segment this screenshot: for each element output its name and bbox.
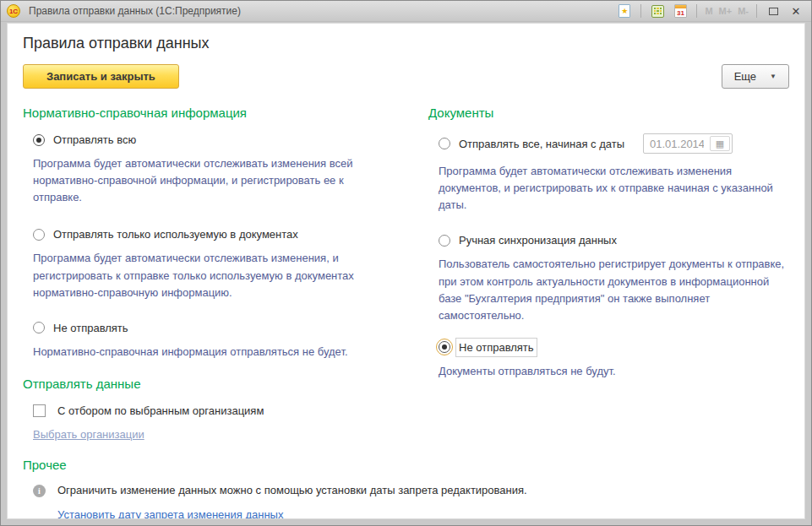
memory-indicator-m-minus: M- — [738, 6, 749, 16]
info-text: Ограничить изменение данных можно с помо… — [57, 484, 527, 496]
radio-label[interactable]: Ручная синхронизация данных — [459, 234, 617, 247]
radio-label[interactable]: Не отправлять — [53, 322, 128, 334]
documents-radio-do-not-send[interactable]: Не отправлять — [439, 341, 789, 354]
info-icon: i — [33, 485, 46, 497]
calendar-icon: 31 — [674, 4, 687, 18]
radio-label[interactable]: Не отправлять — [459, 341, 534, 354]
page-title: Правила отправки данных — [23, 35, 794, 52]
calculator-button[interactable] — [649, 3, 666, 19]
save-and-close-button[interactable]: Записать и закрыть — [23, 64, 179, 89]
radio-icon[interactable] — [33, 229, 45, 241]
titlebar-separator — [640, 4, 641, 18]
filter-by-organizations-checkbox[interactable]: С отбором по выбранным организациям — [33, 404, 413, 417]
set-restriction-date-link[interactable]: Установить дату запрета изменения данных — [57, 508, 283, 519]
nsi-column: Нормативно-справочная информация Отправл… — [23, 106, 413, 441]
send-data-section-title: Отправлять данные — [23, 377, 413, 391]
close-button[interactable]: ✕ — [787, 3, 804, 19]
nsi-section-title: Нормативно-справочная информация — [23, 106, 413, 120]
select-organizations-link[interactable]: Выбрать организации — [33, 428, 144, 441]
radio-icon[interactable] — [33, 134, 45, 146]
info-row: i Ограничить изменение данных можно с по… — [33, 484, 789, 497]
date-picker-button[interactable]: ▦ — [710, 136, 730, 151]
favorites-button[interactable]: ★ — [616, 3, 633, 19]
nsi-hint-do-not-send: Нормативно-справочная информация отправл… — [33, 344, 391, 361]
documents-hint-do-not-send: Документы отправляться не будут. — [439, 363, 789, 380]
nsi-radio-send-all[interactable]: Отправлять всю — [33, 133, 413, 146]
radio-icon[interactable] — [33, 322, 45, 333]
radio-label[interactable]: Отправлять только используемую в докумен… — [53, 228, 298, 241]
nsi-radio-do-not-send[interactable]: Не отправлять — [33, 322, 413, 334]
form-columns: Нормативно-справочная информация Отправл… — [18, 106, 794, 441]
documents-hint-send-all: Программа будет автоматически отслеживат… — [439, 163, 789, 214]
memory-indicator-m-plus: M+ — [719, 6, 733, 16]
app-window: 1С Правила отправки данных (1С:Предприят… — [0, 0, 812, 526]
documents-section-title: Документы — [428, 106, 789, 120]
radio-label[interactable]: Отправлять всю — [53, 133, 136, 146]
nsi-radio-send-used-only[interactable]: Отправлять только используемую в докумен… — [33, 228, 413, 241]
titlebar: 1С Правила отправки данных (1С:Предприят… — [1, 1, 811, 22]
nsi-hint-send-all: Программа будет автоматически отслеживат… — [33, 155, 391, 206]
titlebar-separator — [696, 4, 697, 18]
documents-column: Документы Отправлять все, начиная с даты… — [413, 106, 789, 380]
favorites-star-icon: ★ — [619, 4, 630, 18]
radio-icon[interactable] — [439, 138, 450, 149]
other-section-title: Прочее — [23, 458, 789, 472]
checkbox-label[interactable]: С отбором по выбранным организациям — [57, 404, 264, 417]
nsi-hint-send-used-only: Программа будет автоматически отслеживат… — [33, 250, 391, 301]
start-date-field-group: ▦ — [643, 133, 733, 154]
titlebar-separator — [756, 4, 757, 18]
calendar-grid-icon: ▦ — [716, 138, 724, 149]
radio-icon[interactable] — [439, 235, 450, 247]
calculator-icon — [651, 5, 664, 18]
maximize-button[interactable] — [765, 3, 782, 19]
other-section: Прочее i Ограничить изменение данных мож… — [23, 458, 789, 519]
documents-radio-manual-sync[interactable]: Ручная синхронизация данных — [439, 234, 789, 247]
chevron-down-icon: ▼ — [770, 73, 777, 80]
more-button-label: Еще — [734, 70, 756, 83]
close-icon: ✕ — [792, 6, 801, 17]
calendar-button[interactable]: 31 — [672, 3, 689, 19]
checkbox-icon[interactable] — [33, 404, 46, 417]
more-button[interactable]: Еще ▼ — [722, 64, 789, 89]
memory-indicator-m: M — [705, 6, 712, 16]
toolbar: Записать и закрыть Еще ▼ — [23, 64, 789, 89]
window-title: Правила отправки данных (1С:Предприятие) — [29, 5, 616, 17]
form-client-area: Правила отправки данных Записать и закры… — [7, 23, 805, 519]
maximize-icon — [769, 8, 778, 15]
radio-label[interactable]: Отправлять все, начиная с даты — [459, 138, 624, 150]
start-date-input[interactable] — [644, 134, 710, 153]
documents-hint-manual-sync: Пользователь самостоятельно регистрирует… — [439, 256, 789, 324]
titlebar-controls: ★ 31 M M+ M- ✕ — [616, 3, 804, 19]
radio-icon[interactable] — [439, 341, 450, 353]
1c-logo-icon: 1С — [7, 4, 20, 18]
documents-radio-send-all-from-date[interactable]: Отправлять все, начиная с даты ▦ — [439, 133, 789, 154]
